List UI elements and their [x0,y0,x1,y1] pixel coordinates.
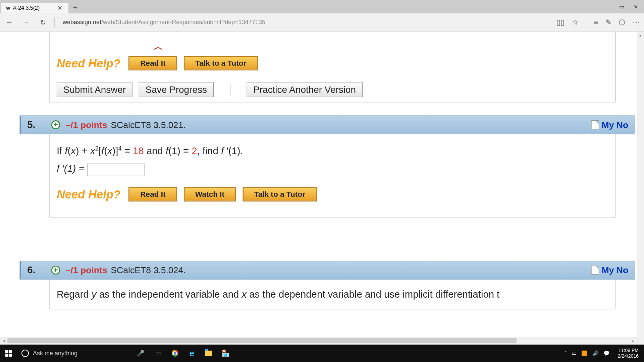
cortana-placeholder: Ask me anything [33,350,77,357]
task-icons: ▭ e 🏪 [151,345,233,362]
minimize-icon[interactable]: — [604,4,610,10]
action-row: Submit Answer Save Progress Practice Ano… [57,82,608,97]
tab-title: A-24 3.5(2) [13,5,40,11]
share-icon[interactable]: ⬡ [619,18,625,27]
favorite-icon[interactable]: ☆ [572,18,579,27]
svg-rect-0 [5,350,8,353]
note-icon [591,266,599,275]
practice-another-button[interactable]: Practice Another Version [247,82,363,97]
need-help-label: Need Help? [57,56,120,70]
svg-rect-2 [5,354,8,357]
question-reference: SCalcET8 3.5.021. [111,120,185,130]
titlebar: W A-24 3.5(2) ✕ + — ▭ ✕ [0,0,644,13]
cortana-icon [21,350,29,357]
question-card-6: Regard y as the independent variable and… [49,280,615,309]
need-help-row-5: Need Help? Read It Watch It Talk to a Tu… [57,187,608,202]
tab-favicon-icon: W [6,6,10,11]
page-viewport: ︿ Need Help? Read It Talk to a Tutor Sub… [0,32,644,345]
browser-toolbar: ← → ↻ webassign.net/web/Student/Assignme… [0,13,644,32]
volume-icon[interactable]: 🔊 [592,350,599,356]
browser-tab[interactable]: W A-24 3.5(2) ✕ [1,3,68,13]
my-notes-label: My No [602,120,629,130]
scroll-up-icon[interactable]: ▴ [637,32,644,39]
talk-to-tutor-button[interactable]: Talk to a Tutor [243,187,317,202]
clock-date: 2/24/2016 [618,353,639,359]
maximize-icon[interactable]: ▭ [619,4,624,10]
close-icon[interactable]: ✕ [634,4,638,10]
points-label: –/1 points [66,265,107,276]
mic-icon[interactable]: 🎤 [137,350,144,357]
talk-to-tutor-button[interactable]: Talk to a Tutor [183,56,258,71]
read-it-button[interactable]: Read It [129,56,177,71]
watch-it-button[interactable]: Watch It [183,187,236,202]
webnote-icon[interactable]: ✎ [605,18,611,27]
collapse-chevron-icon[interactable]: ︿ [153,40,164,54]
question-number: 5. [27,119,51,131]
expand-icon[interactable]: + [51,266,60,275]
toolbar-right: ▯▯ ☆ ≡ ✎ ⬡ ⋯ [556,18,640,27]
wifi-icon[interactable]: 📶 [581,350,588,356]
question-text: If f(x) + x2[f(x)]4 = 18 and f(1) = 2, f… [57,142,608,160]
action-center-icon[interactable]: 💬 [603,350,610,356]
chrome-icon[interactable] [168,345,182,362]
question-card-4: ︿ Need Help? Read It Talk to a Tutor Sub… [49,32,615,103]
horizontal-scrollbar[interactable]: ◂ ▸ [0,337,637,345]
reading-view-icon[interactable]: ▯▯ [556,18,565,27]
taskbar-clock[interactable]: 11:09 PM 2/24/2016 [614,348,642,359]
need-help-label: Need Help? [57,188,120,201]
clock-time: 11:09 PM [618,348,639,353]
submit-answer-button[interactable]: Submit Answer [57,82,132,97]
hscroll-thumb[interactable] [7,338,517,343]
need-help-row: Need Help? Read It Talk to a Tutor [57,56,608,71]
url-path: /web/Student/Assignment-Responses/submit… [101,19,265,26]
window-buttons: — ▭ ✕ [604,4,644,10]
note-icon [591,120,599,129]
cortana-search[interactable]: Ask me anything 🎤 [17,345,148,362]
battery-icon[interactable]: ▭ [572,350,577,356]
points-label: –/1 points [66,120,107,130]
scroll-right-icon[interactable]: ▸ [629,337,637,345]
new-tab-button[interactable]: + [70,3,80,12]
hub-icon[interactable]: ≡ [594,18,598,27]
windows-icon [5,350,12,357]
store-icon[interactable]: 🏪 [218,345,233,362]
vertical-scrollbar[interactable]: ▴ [637,32,644,345]
edge-icon[interactable]: e [184,345,199,362]
question-reference: SCalcET8 3.5.024. [111,265,185,276]
back-button[interactable]: ← [4,17,15,28]
answer-row: f '(1) = [57,160,608,178]
start-button[interactable] [0,345,17,362]
svg-rect-1 [9,350,12,353]
question-text: Regard y as the independent variable and… [57,286,608,304]
address-bar[interactable]: webassign.net/web/Student/Assignment-Res… [59,16,552,28]
read-it-button[interactable]: Read It [129,187,177,202]
question-header-5: 5. + –/1 points SCalcET8 3.5.021. My No [20,115,635,134]
question-header-6: 6. + –/1 points SCalcET8 3.5.024. My No [20,261,635,280]
save-progress-button[interactable]: Save Progress [139,82,214,97]
page-content: ︿ Need Help? Read It Talk to a Tutor Sub… [0,32,637,345]
refresh-button[interactable]: ↻ [38,17,48,28]
my-notes-label: My No [602,265,629,276]
question-card-5: If f(x) + x2[f(x)]4 = 18 and f(1) = 2, f… [49,134,615,218]
forward-button[interactable]: → [21,17,32,28]
tab-close-icon[interactable]: ✕ [56,4,64,12]
url-domain: webassign.net [63,19,101,26]
answer-input[interactable] [87,164,145,176]
taskbar: Ask me anything 🎤 ▭ e 🏪 ˄ ▭ 📶 🔊 💬 11:09 … [0,345,644,362]
file-explorer-icon[interactable] [201,345,216,362]
svg-rect-3 [9,354,12,357]
expand-icon[interactable]: + [51,120,60,129]
answer-label: f '(1) = [57,163,87,174]
more-icon[interactable]: ⋯ [633,18,640,27]
task-view-icon[interactable]: ▭ [151,345,166,362]
my-notes-link[interactable]: My No [591,120,629,130]
my-notes-link[interactable]: My No [591,265,629,276]
tray-chevron-icon[interactable]: ˄ [565,350,567,356]
scroll-left-icon[interactable]: ◂ [0,337,7,345]
system-tray: ˄ ▭ 📶 🔊 💬 11:09 PM 2/24/2016 [565,348,644,359]
question-number: 6. [27,264,51,276]
